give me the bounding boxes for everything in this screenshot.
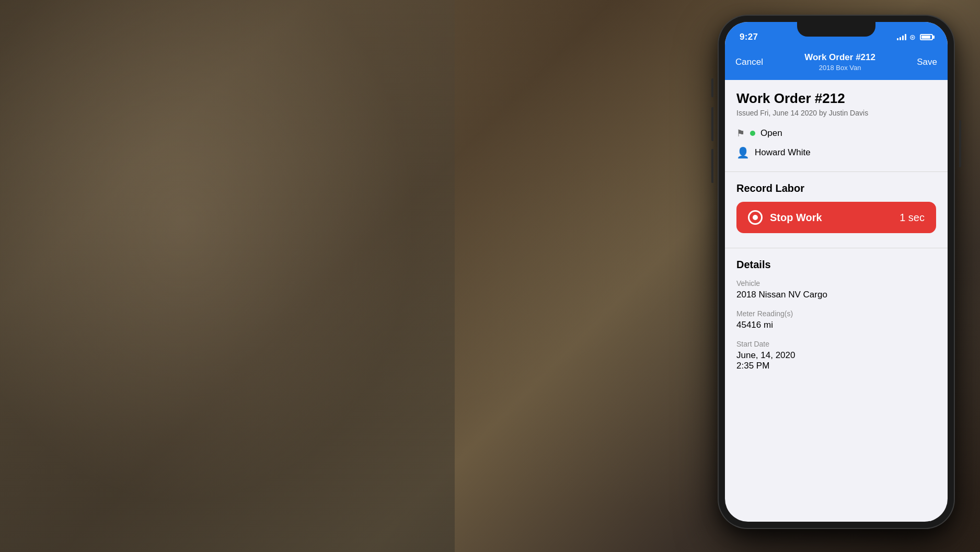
person-silhouette <box>0 0 455 552</box>
cancel-button[interactable]: Cancel <box>735 57 763 67</box>
record-labor-title: Record Labor <box>736 182 936 194</box>
mute-button[interactable] <box>711 78 713 97</box>
signal-bar-2 <box>900 37 901 40</box>
work-order-issued: Issued Fri, June 14 2020 by Justin Davis <box>736 109 936 117</box>
phone-screen: 9:27 ⊛ Cancel <box>725 22 948 522</box>
signal-bar-4 <box>905 34 906 40</box>
phone-shell: 9:27 ⊛ Cancel <box>719 16 954 528</box>
details-title: Details <box>736 259 936 271</box>
volume-down-button[interactable] <box>711 149 713 183</box>
start-time-value: 2:35 PM <box>736 361 936 371</box>
volume-up-button[interactable] <box>711 107 713 141</box>
signal-bar-1 <box>897 38 898 40</box>
stop-work-left: Stop Work <box>748 210 822 225</box>
status-time: 9:27 <box>740 32 758 42</box>
battery-fill <box>921 36 930 39</box>
flag-icon: ⚑ <box>736 128 745 139</box>
status-text: Open <box>760 128 782 139</box>
main-content: Work Order #212 Issued Fri, June 14 2020… <box>725 80 948 391</box>
assignee-name: Howard White <box>755 147 811 158</box>
record-dot <box>753 215 758 220</box>
status-icons: ⊛ <box>897 33 933 41</box>
signal-icon <box>897 34 906 40</box>
stop-work-button[interactable]: Stop Work 1 sec <box>736 202 936 233</box>
assignee-row[interactable]: 👤 Howard White <box>736 146 936 159</box>
nav-subtitle: 2018 Box Van <box>804 64 875 72</box>
start-date-value: June, 14, 2020 <box>736 350 936 361</box>
nav-title-area: Work Order #212 2018 Box Van <box>804 52 875 72</box>
meter-value: 45416 mi <box>736 320 936 330</box>
status-row: ⚑ Open <box>736 128 936 139</box>
stop-work-label: Stop Work <box>770 212 822 224</box>
status-dot <box>750 131 755 136</box>
vehicle-detail: Vehicle 2018 Nissan NV Cargo <box>736 279 936 300</box>
wifi-icon: ⊛ <box>909 33 916 41</box>
vehicle-label: Vehicle <box>736 279 936 288</box>
meter-detail: Meter Reading(s) 45416 mi <box>736 309 936 330</box>
notch <box>797 22 875 37</box>
signal-bar-3 <box>902 36 904 40</box>
start-date-detail: Start Date June, 14, 2020 2:35 PM <box>736 340 936 371</box>
person-icon: 👤 <box>736 146 750 159</box>
stop-work-timer: 1 sec <box>900 212 925 224</box>
battery-icon <box>920 34 933 40</box>
vehicle-value: 2018 Nissan NV Cargo <box>736 290 936 300</box>
work-order-title: Work Order #212 <box>736 90 936 107</box>
meter-label: Meter Reading(s) <box>736 309 936 318</box>
start-date-label: Start Date <box>736 340 936 348</box>
record-icon <box>748 210 763 225</box>
section-divider-2 <box>725 248 948 248</box>
navigation-bar: Cancel Work Order #212 2018 Box Van Save <box>725 48 948 80</box>
phone-device: 9:27 ⊛ Cancel <box>719 16 954 528</box>
power-button[interactable] <box>959 120 961 167</box>
section-divider-1 <box>725 171 948 172</box>
nav-title: Work Order #212 <box>804 52 875 63</box>
save-button[interactable]: Save <box>917 57 937 67</box>
